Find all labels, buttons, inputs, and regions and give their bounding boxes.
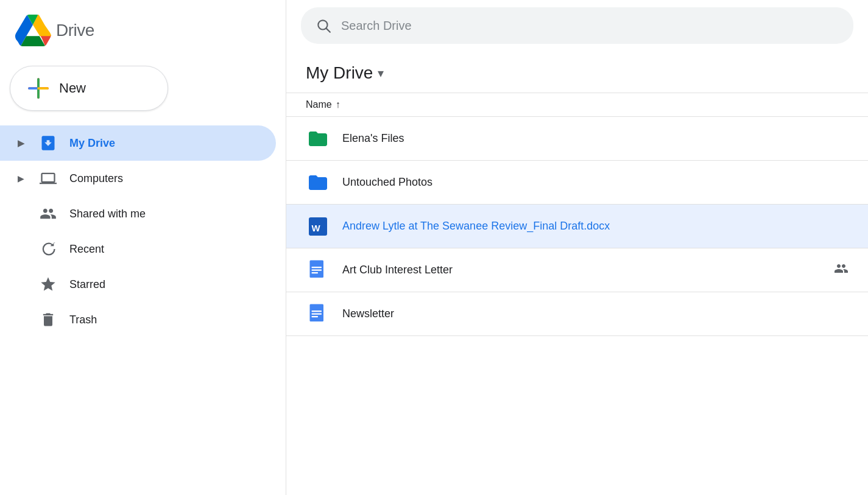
sidebar-item-trash[interactable]: Trash: [0, 302, 276, 337]
svg-rect-11: [312, 316, 319, 317]
sidebar-item-shared[interactable]: Shared with me: [0, 196, 276, 231]
svg-text:W: W: [312, 222, 321, 233]
my-drive-icon: [39, 134, 57, 152]
sidebar-item-my-drive[interactable]: ▶ My Drive: [0, 125, 276, 161]
svg-rect-8: [310, 304, 324, 321]
plus-icon: [27, 77, 49, 99]
drive-header: My Drive ▾: [286, 51, 868, 93]
svg-rect-7: [312, 272, 319, 273]
svg-rect-9: [312, 311, 322, 312]
main-content: My Drive ▾ Name ↑ Elena's Files Untouche…: [286, 0, 868, 495]
drive-dropdown-chevron[interactable]: ▾: [378, 66, 384, 80]
search-bar[interactable]: [301, 7, 853, 44]
table-row[interactable]: Untouched Photos: [286, 161, 868, 205]
sidebar-item-recent[interactable]: Recent: [0, 231, 276, 267]
search-input[interactable]: [341, 19, 839, 33]
starred-icon: [39, 275, 57, 293]
drive-title-row: My Drive ▾: [306, 63, 849, 93]
sidebar-item-label-recent: Recent: [69, 243, 104, 256]
sidebar-item-label-starred: Starred: [69, 278, 105, 291]
new-label: New: [59, 80, 86, 96]
google-doc-icon-2: [306, 302, 330, 326]
table-row[interactable]: Art Club Interest Letter: [286, 248, 868, 292]
sidebar-item-starred[interactable]: Starred: [0, 267, 276, 302]
file-list: Name ↑ Elena's Files Untouched Photos W: [286, 93, 868, 495]
drive-title: My Drive: [306, 63, 373, 83]
sidebar-nav: ▶ My Drive ▶ Computers Shared with me: [0, 125, 286, 337]
logo-area: Drive: [0, 10, 286, 61]
sidebar-item-label-trash: Trash: [69, 314, 97, 326]
computers-icon: [39, 169, 57, 188]
file-name: Andrew Lytle at The Sewanee Review_Final…: [342, 220, 849, 233]
svg-line-1: [326, 29, 330, 32]
folder-blue-icon: [306, 170, 330, 195]
svg-rect-4: [310, 260, 324, 278]
table-row[interactable]: Newsletter: [286, 292, 868, 336]
file-name: Elena's Files: [342, 132, 849, 145]
sort-arrow-icon: ↑: [336, 99, 340, 110]
sidebar-item-label-my-drive: My Drive: [69, 137, 115, 150]
sidebar: Drive New ▶ My Drive ▶ Computers: [0, 0, 286, 495]
expand-icon-computers[interactable]: ▶: [15, 172, 27, 184]
sidebar-item-label-shared: Shared with me: [69, 208, 146, 220]
shared-with-me-icon: [39, 205, 57, 223]
expand-icon[interactable]: ▶: [15, 137, 27, 149]
file-list-header: Name ↑: [286, 93, 868, 117]
google-doc-icon: [306, 258, 330, 283]
folder-green-icon: [306, 127, 330, 151]
file-name: Untouched Photos: [342, 176, 849, 189]
trash-icon: [39, 311, 57, 329]
table-row[interactable]: Elena's Files: [286, 117, 868, 161]
new-button[interactable]: New: [10, 66, 168, 111]
file-name: Art Club Interest Letter: [342, 264, 817, 276]
word-doc-icon: W: [306, 214, 330, 239]
file-name: Newsletter: [342, 307, 849, 320]
svg-rect-5: [312, 267, 322, 268]
sidebar-item-label-computers: Computers: [69, 172, 123, 185]
column-name-header[interactable]: Name ↑: [306, 99, 340, 110]
svg-rect-10: [312, 313, 322, 314]
logo-text: Drive: [56, 21, 94, 40]
recent-icon: [39, 240, 57, 258]
svg-rect-6: [312, 269, 322, 270]
column-name-label: Name: [306, 99, 332, 110]
table-row[interactable]: W Andrew Lytle at The Sewanee Review_Fin…: [286, 205, 868, 248]
sidebar-item-computers[interactable]: ▶ Computers: [0, 161, 276, 196]
search-icon: [316, 18, 331, 33]
google-drive-logo: [15, 15, 51, 46]
shared-users-icon: [834, 261, 849, 279]
